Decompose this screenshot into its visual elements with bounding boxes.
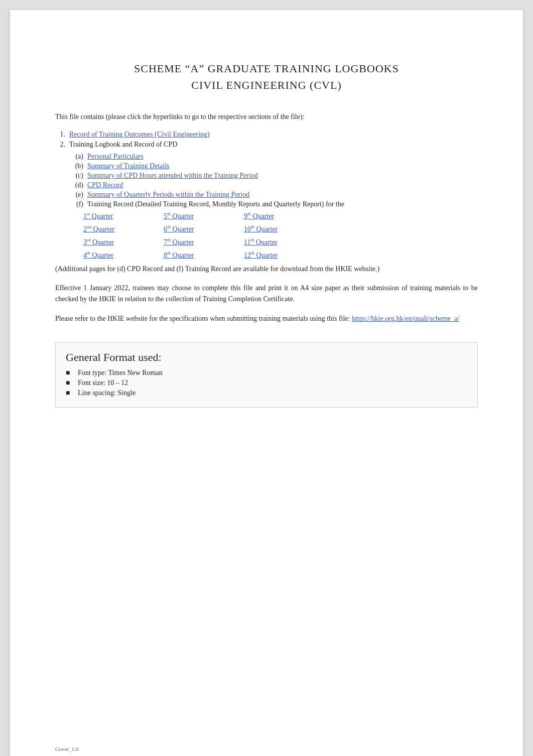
quarter-8[interactable]: 8th Quarter — [164, 249, 244, 262]
sub-item-c: (c) Summary of CPD Hours attended within… — [71, 172, 478, 180]
quarter-4[interactable]: 4th Quarter — [83, 249, 164, 262]
title-line-1: SCHEME “A” GRADUATE TRAINING LOGBOOKS — [55, 60, 478, 77]
quarter-5[interactable]: 5th Quarter — [164, 210, 244, 222]
format-text-3: Line spacing: Single — [78, 389, 136, 397]
link-personal-particulars[interactable]: Personal Particulars — [87, 153, 144, 160]
letter-b: (b) — [71, 162, 83, 170]
list-item-1: 1. Record of Training Outcomes (Civil En… — [55, 131, 478, 139]
bullet-2: ■ — [66, 379, 74, 387]
link-summary-quarterly[interactable]: Summary of Quarterly Periods within the … — [87, 191, 249, 198]
letter-d: (d) — [71, 181, 83, 189]
letter-f: (f) — [71, 200, 83, 208]
sub-text-b: Summary of Training Details — [87, 162, 170, 170]
title-line-2: CIVIL ENGINEERING (CVL) — [55, 77, 478, 93]
sub-item-f: (f) Training Record (Detailed Training R… — [71, 200, 478, 208]
format-item-1: ■ Font type: Times New Roman — [66, 369, 467, 377]
quarter-7[interactable]: 7th Quarter — [164, 236, 244, 248]
link-summary-cpd[interactable]: Summary of CPD Hours attended within the… — [87, 172, 258, 179]
format-item-3: ■ Line spacing: Single — [66, 389, 467, 397]
main-list: 1. Record of Training Outcomes (Civil En… — [55, 131, 478, 149]
list-text-1: Record of Training Outcomes (Civil Engin… — [69, 131, 210, 139]
note-text: (Additional pages for (d) CPD Record and… — [55, 264, 478, 275]
list-num-2: 2. — [55, 141, 65, 149]
format-text-2: Font size: 10 – 12 — [78, 379, 128, 387]
footer: Cover_1.0 — [55, 746, 78, 752]
link-hkie-website[interactable]: https://hkie.org.hk/en/quali/scheme_a/ — [352, 315, 459, 322]
bullet-3: ■ — [66, 389, 74, 397]
quarters-grid: 1st Quarter 5th Quarter 9th Quarter 2nd … — [83, 210, 478, 261]
quarter-11[interactable]: 11th Quarter — [244, 236, 324, 248]
link-summary-training[interactable]: Summary of Training Details — [87, 162, 170, 170]
sub-item-b: (b) Summary of Training Details — [71, 162, 478, 170]
sub-list: (a) Personal Particulars (b) Summary of … — [71, 153, 478, 208]
quarter-10[interactable]: 10th Quarter — [244, 223, 324, 235]
quarter-9[interactable]: 9th Quarter — [244, 210, 324, 222]
sub-item-e: (e) Summary of Quarterly Periods within … — [71, 191, 478, 199]
letter-a: (a) — [71, 153, 83, 161]
refer-static: Please refer to the HKIE website for the… — [55, 315, 350, 322]
letter-c: (c) — [71, 172, 83, 180]
sub-text-d: CPD Record — [87, 181, 123, 189]
title-block: SCHEME “A” GRADUATE TRAINING LOGBOOKS CI… — [55, 60, 478, 93]
intro-text: This file contains (please click the hyp… — [55, 111, 478, 122]
format-list: ■ Font type: Times New Roman ■ Font size… — [66, 369, 467, 397]
list-num-1: 1. — [55, 131, 65, 139]
sub-text-f: Training Record (Detailed Training Recor… — [87, 200, 344, 208]
page: SCHEME “A” GRADUATE TRAINING LOGBOOKS CI… — [10, 10, 523, 756]
sub-text-e: Summary of Quarterly Periods within the … — [87, 191, 249, 199]
general-format-title: General Format used: — [66, 351, 467, 364]
link-record-training[interactable]: Record of Training Outcomes (Civil Engin… — [69, 131, 210, 138]
format-text-1: Font type: Times New Roman — [78, 369, 163, 377]
list-text-2: Training Logbook and Record of CPD — [69, 141, 177, 149]
quarter-12[interactable]: 12th Quarter — [244, 249, 324, 262]
quarter-1[interactable]: 1st Quarter — [83, 210, 164, 222]
link-cpd-record[interactable]: CPD Record — [87, 181, 123, 189]
sub-item-d: (d) CPD Record — [71, 181, 478, 189]
quarter-2[interactable]: 2nd Quarter — [83, 223, 164, 235]
general-format-box: General Format used: ■ Font type: Times … — [55, 342, 478, 408]
refer-text: Please refer to the HKIE website for the… — [55, 313, 478, 324]
list-item-2: 2. Training Logbook and Record of CPD — [55, 141, 478, 149]
effective-text: Effective 1 January 2022, trainees may c… — [55, 283, 478, 305]
sub-item-a: (a) Personal Particulars — [71, 153, 478, 161]
format-item-2: ■ Font size: 10 – 12 — [66, 379, 467, 387]
quarter-3[interactable]: 3rd Quarter — [83, 236, 164, 248]
quarter-6[interactable]: 6th Quarter — [164, 223, 244, 235]
sub-text-a: Personal Particulars — [87, 153, 144, 161]
sub-text-c: Summary of CPD Hours attended within the… — [87, 172, 258, 180]
bullet-1: ■ — [66, 369, 74, 377]
letter-e: (e) — [71, 191, 83, 199]
